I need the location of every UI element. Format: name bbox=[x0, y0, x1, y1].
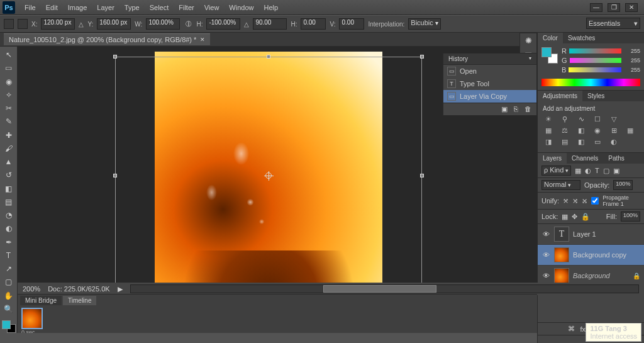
unify-visibility-icon[interactable]: ⤨ bbox=[572, 197, 578, 205]
link-icon[interactable]: ⦷ bbox=[184, 20, 192, 28]
g-value[interactable]: 255 bbox=[624, 57, 640, 64]
filter-pixel-icon[interactable]: ▦ bbox=[575, 167, 581, 175]
marquee-tool[interactable]: ▭ bbox=[3, 62, 15, 74]
brush-tool[interactable]: 🖌 bbox=[3, 143, 15, 154]
tab-mini-bridge[interactable]: Mini Bridge bbox=[20, 296, 62, 305]
history-item-layer-via-copy[interactable]: ▭ Layer Via Copy bbox=[443, 90, 536, 103]
tab-layers[interactable]: Layers bbox=[538, 153, 567, 164]
blur-tool[interactable]: ◔ bbox=[3, 210, 15, 221]
hand-tool[interactable]: ✋ bbox=[3, 290, 15, 301]
vibrance-icon[interactable]: ▽ bbox=[608, 115, 619, 123]
close-tab-icon[interactable]: ✕ bbox=[200, 37, 205, 43]
stamp-tool[interactable]: ▲ bbox=[3, 156, 15, 167]
reference-point-icon[interactable] bbox=[18, 19, 28, 29]
free-transform-bounds[interactable] bbox=[115, 57, 422, 295]
g-slider[interactable] bbox=[570, 58, 621, 63]
gradient-tool[interactable]: ▤ bbox=[3, 196, 15, 208]
filter-adjust-icon[interactable]: ◐ bbox=[585, 167, 591, 175]
propagate-checkbox[interactable] bbox=[591, 197, 599, 205]
menu-window[interactable]: Window bbox=[225, 3, 258, 13]
layer-style-icon[interactable]: fx bbox=[580, 325, 586, 333]
selective-color-icon[interactable]: ◐ bbox=[608, 137, 619, 146]
move-tool[interactable]: ↖ bbox=[3, 49, 15, 60]
menu-type[interactable]: Type bbox=[120, 3, 144, 13]
layer-name[interactable]: Background bbox=[573, 272, 629, 279]
horizontal-scrollbar[interactable] bbox=[130, 284, 639, 293]
tab-styles[interactable]: Styles bbox=[582, 91, 609, 101]
r-slider[interactable] bbox=[569, 48, 621, 53]
menu-view[interactable]: View bbox=[200, 3, 224, 13]
blend-mode-select[interactable]: Normal ▾ bbox=[541, 180, 580, 190]
frame-duration[interactable]: 0 sec. bbox=[21, 329, 43, 333]
tab-color[interactable]: Color bbox=[538, 33, 563, 43]
new-snapshot-icon[interactable]: ▣ bbox=[501, 105, 508, 113]
history-item-type[interactable]: T Type Tool bbox=[443, 77, 536, 90]
timeline-frame-thumb[interactable] bbox=[21, 308, 43, 329]
history-item-open[interactable]: ▭ Open bbox=[443, 65, 536, 77]
filter-shape-icon[interactable]: ▢ bbox=[603, 167, 609, 175]
channel-mixer-icon[interactable]: ⊞ bbox=[608, 126, 619, 135]
history-brush-tool[interactable]: ↺ bbox=[3, 169, 15, 181]
type-tool[interactable]: T bbox=[3, 250, 15, 261]
layer-row-background-copy[interactable]: 👁 Background copy bbox=[538, 245, 644, 266]
visibility-toggle-icon[interactable]: 👁 bbox=[541, 230, 550, 238]
x-input[interactable]: 120.00 px bbox=[41, 18, 75, 30]
posterize-icon[interactable]: ▤ bbox=[559, 137, 570, 146]
menu-file[interactable]: File bbox=[20, 3, 40, 13]
tab-timeline[interactable]: Timeline bbox=[63, 296, 96, 305]
layer-name[interactable]: Background copy bbox=[573, 251, 640, 259]
h-input[interactable]: -100.00% bbox=[206, 18, 240, 30]
hskew-input[interactable]: 0.00 bbox=[301, 18, 326, 30]
transform-center-icon[interactable] bbox=[265, 172, 272, 179]
curves-icon[interactable]: ∿ bbox=[575, 115, 587, 123]
menu-filter[interactable]: Filter bbox=[174, 3, 198, 13]
color-sampler-icon[interactable]: ✺ bbox=[523, 36, 534, 45]
interpolation-select[interactable]: Bicubic ▾ bbox=[408, 18, 440, 30]
photo-filter-icon[interactable]: ◉ bbox=[592, 126, 603, 135]
bw-icon[interactable]: ◧ bbox=[575, 126, 587, 135]
link-layers-icon[interactable]: ⌘ bbox=[568, 325, 575, 333]
fill-input[interactable]: 100% bbox=[621, 211, 640, 222]
zoom-tool[interactable]: 🔍 bbox=[3, 303, 15, 315]
triangle-icon[interactable]: △ bbox=[79, 21, 84, 28]
menu-select[interactable]: Select bbox=[145, 3, 174, 13]
layer-row-layer1[interactable]: 👁 T Layer 1 bbox=[538, 224, 644, 245]
visibility-toggle-icon[interactable]: 👁 bbox=[541, 251, 550, 259]
new-document-icon[interactable]: ⎘ bbox=[514, 105, 518, 113]
document-tab[interactable]: Nature_100510_2.jpg @ 200% (Background c… bbox=[4, 33, 210, 45]
hue-icon[interactable]: ▦ bbox=[543, 126, 554, 135]
layer-filter-kind[interactable]: ρ Kind ▾ bbox=[541, 166, 571, 176]
dodge-tool[interactable]: ◐ bbox=[3, 223, 15, 234]
transform-tool-icon[interactable] bbox=[4, 19, 14, 29]
transform-handle-nw[interactable] bbox=[113, 55, 117, 59]
foreground-color-swatch[interactable] bbox=[2, 320, 11, 329]
visibility-toggle-icon[interactable]: 👁 bbox=[541, 272, 550, 279]
invert-icon[interactable]: ◨ bbox=[543, 137, 554, 146]
lasso-tool[interactable]: ◉ bbox=[3, 76, 15, 87]
brightness-icon[interactable]: ☀ bbox=[543, 115, 554, 123]
filter-type-icon[interactable]: T bbox=[595, 167, 599, 174]
b-slider[interactable] bbox=[569, 67, 621, 72]
menu-help[interactable]: Help bbox=[259, 3, 282, 13]
lock-all-icon[interactable]: 🔒 bbox=[581, 213, 590, 221]
healing-tool[interactable]: ✚ bbox=[3, 130, 15, 141]
menu-layer[interactable]: Layer bbox=[92, 3, 119, 13]
delete-state-icon[interactable]: 🗑 bbox=[525, 105, 531, 113]
levels-icon[interactable]: ⚲ bbox=[559, 115, 570, 123]
color-spectrum[interactable] bbox=[541, 79, 640, 86]
lock-pixels-icon[interactable]: ▦ bbox=[562, 213, 568, 221]
eyedropper-tool[interactable]: ✎ bbox=[3, 116, 15, 127]
color-fg-swatch[interactable] bbox=[541, 47, 552, 57]
pen-tool[interactable]: ✒ bbox=[3, 237, 15, 248]
eraser-tool[interactable]: ◧ bbox=[3, 183, 15, 194]
status-arrow-icon[interactable]: ▶ bbox=[118, 285, 123, 293]
menu-edit[interactable]: Edit bbox=[42, 3, 62, 13]
shape-tool[interactable]: ▢ bbox=[3, 276, 15, 288]
crop-tool[interactable]: ✂ bbox=[3, 103, 15, 114]
r-value[interactable]: 255 bbox=[624, 48, 640, 54]
close-button[interactable]: ✕ bbox=[625, 3, 638, 12]
color-balance-icon[interactable]: ⚖ bbox=[559, 126, 570, 135]
foreground-background-colors[interactable] bbox=[2, 320, 16, 333]
transform-handle-w[interactable] bbox=[113, 174, 117, 177]
layer-name[interactable]: Layer 1 bbox=[573, 230, 640, 238]
